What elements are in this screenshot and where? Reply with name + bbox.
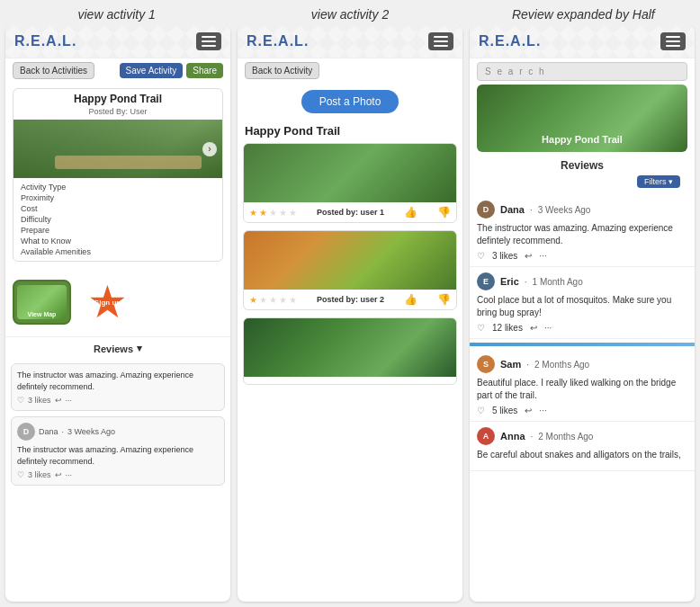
more-icon[interactable]: ··· — [66, 396, 73, 405]
star-empty-0-2: ★ — [269, 208, 277, 218]
eric-name-p3: Eric — [500, 276, 519, 287]
dana-more-p3[interactable]: ··· — [539, 251, 546, 261]
heart-icon[interactable]: ♡ — [17, 396, 24, 405]
sam-name-p3: Sam — [500, 359, 521, 370]
eric-more-p3[interactable]: ··· — [544, 323, 552, 333]
save-activity-button[interactable]: Save Activity — [120, 63, 184, 78]
logo-p1: R.E.A.L. — [14, 33, 76, 49]
reviews-scroll-p1[interactable]: The instructor was amazing. Amazing expe… — [5, 360, 230, 602]
panel2-nav: Back to Activity — [238, 58, 462, 83]
share-button[interactable]: Share — [186, 63, 223, 78]
photo-img-0 — [244, 144, 456, 202]
eric-reply-p3[interactable]: ↩ — [530, 323, 537, 333]
reply-icon[interactable]: ↩ — [55, 396, 62, 405]
highlighted-review-actions: ♡ 3 likes ↩ ··· — [17, 396, 219, 405]
eric-text-p3: Cool place but a lot of mosquitos. Make … — [477, 294, 687, 319]
panel2-header: R.E.A.L. — [238, 25, 462, 58]
sam-time-p3: 2 Months Ago — [534, 360, 589, 370]
photo-footer-0: ★ ★ ★ ★ ★ Posted by: user 1 👍 👎 — [244, 202, 456, 222]
back-activity-button[interactable]: Back to Activity — [245, 62, 319, 79]
highlighted-review: The instructor was amazing. Amazing expe… — [11, 363, 225, 411]
review-item-dana: D Dana · 3 Weeks Ago The instructor was … — [11, 416, 225, 486]
activity-card-p1: Happy Pond Trail Posted By: User › Activ… — [13, 88, 223, 262]
reviews-scroll-p3[interactable]: D Dana · 3 Weeks Ago The instructor was … — [470, 195, 695, 602]
dana-heart-p3[interactable]: ♡ — [477, 251, 485, 261]
hamburger-icon-p2 — [434, 36, 448, 47]
search-bar-p3[interactable]: S e a r c h — [477, 62, 687, 81]
highlighted-review-text: The instructor was amazing. Amazing expe… — [17, 370, 219, 392]
post-photo-button[interactable]: Post a Photo — [301, 90, 399, 113]
dana-more-icon[interactable]: ··· — [66, 470, 73, 479]
dana-avatar: D — [17, 423, 35, 441]
star-empty-1-3: ★ — [279, 295, 287, 305]
back-activities-button[interactable]: Back to Activities — [13, 62, 94, 79]
star-empty-1-1: ★ — [259, 295, 267, 305]
chevron-right-icon[interactable]: › — [202, 142, 217, 156]
hl-2 — [666, 40, 680, 42]
dana-heart-icon[interactable]: ♡ — [17, 470, 24, 479]
anna-avatar-p3: A — [477, 427, 495, 445]
thumb-up-icon-1[interactable]: 👍 — [404, 293, 417, 306]
activity-image-p1: › — [13, 120, 222, 178]
info-item-5: What to Know — [21, 236, 215, 246]
reviews-section-p1: Reviews ▾ — [5, 336, 230, 360]
star-filled-0-1: ★ — [259, 208, 267, 218]
panel3-header: R.E.A.L. — [470, 25, 695, 58]
hamburger-button-p2[interactable] — [428, 32, 453, 50]
sam-dot-p3: · — [526, 360, 529, 370]
dana-reply-p3[interactable]: ↩ — [525, 251, 532, 261]
hamburger-line-3 — [202, 45, 216, 47]
photo-post-1: ★ ★ ★ ★ ★ Posted by: user 2 👍 👎 — [243, 230, 457, 310]
anna-text-p3: Be careful about snakes and alligators o… — [477, 449, 687, 461]
thumb-down-icon-1[interactable]: 👎 — [437, 293, 451, 306]
reviews-toggle[interactable]: Reviews ▾ — [13, 343, 223, 354]
top-labels: view activity 1 view activity 2 Review e… — [0, 0, 700, 25]
star-row-1: ★ ★ ★ ★ ★ — [249, 295, 297, 305]
thumb-up-icon-0[interactable]: 👍 — [404, 206, 417, 219]
hl-1 — [666, 36, 680, 38]
star-empty-0-3: ★ — [279, 208, 287, 218]
panel2-label: view activity 2 — [233, 7, 466, 22]
photo-footer-1: ★ ★ ★ ★ ★ Posted by: user 2 👍 👎 — [244, 290, 456, 309]
dana-actions-p3: ♡ 3 likes ↩ ··· — [477, 251, 687, 261]
info-item-3: Difficulty — [21, 214, 215, 225]
filters-button[interactable]: Filters ▾ — [637, 175, 680, 188]
eric-heart-p3[interactable]: ♡ — [477, 323, 485, 333]
anna-name-p3: Anna — [500, 431, 525, 442]
h-line-3 — [434, 45, 448, 47]
dana-name: Dana — [39, 427, 58, 436]
view-map-button[interactable]: View Map — [13, 280, 71, 325]
dana-reply-icon[interactable]: ↩ — [55, 470, 62, 479]
panels-container: R.E.A.L. Back to Activities Save Activit… — [0, 25, 700, 607]
eric-actions-p3: ♡ 12 likes ↩ ··· — [477, 323, 687, 333]
hamburger-icon-p1 — [202, 36, 216, 47]
map-label: View Map — [28, 311, 57, 317]
dana-time-p3: 3 Weeks Ago — [538, 205, 591, 215]
trail-path — [55, 156, 201, 169]
review-eric-p3: E Eric · 1 Month Ago Cool place but a lo… — [470, 267, 695, 339]
info-item-0: Activity Type — [21, 182, 215, 192]
thumb-down-icon-0[interactable]: 👎 — [437, 206, 451, 219]
anna-header-p3: A Anna · 2 Months Ago — [477, 427, 687, 445]
sam-heart-p3[interactable]: ♡ — [477, 406, 485, 415]
filters-row: Filters ▾ — [470, 175, 695, 195]
hamburger-button-p1[interactable] — [196, 32, 221, 50]
map-thumbnail: View Map — [17, 285, 67, 319]
dana-actions: ♡ 3 likes ↩ ··· — [17, 470, 219, 479]
panel1-nav: Back to Activities Save Activity Share — [5, 58, 230, 83]
photo-post-2 — [243, 317, 457, 385]
sam-reply-p3[interactable]: ↩ — [525, 406, 532, 415]
anna-time-p3: 2 Months Ago — [538, 432, 593, 442]
hamburger-icon-p3 — [666, 36, 680, 47]
info-list-p1: Activity Type Proximity Cost Difficulty … — [13, 178, 222, 261]
photo-posts-scroll[interactable]: ★ ★ ★ ★ ★ Posted by: user 1 👍 👎 ★ — [238, 143, 462, 602]
sam-more-p3[interactable]: ··· — [539, 406, 546, 415]
hl-3 — [666, 45, 680, 47]
hamburger-button-p3[interactable] — [660, 32, 686, 50]
review-sam-p3: S Sam · 2 Months Ago Beautiful place. I … — [470, 350, 695, 422]
signup-button-wrapper[interactable]: ★ Sign up — [87, 280, 128, 325]
star-empty-1-2: ★ — [269, 295, 277, 305]
star-empty-1-4: ★ — [289, 295, 297, 305]
map-signup-row: View Map ★ Sign up — [5, 267, 230, 336]
dana-avatar-p3: D — [477, 201, 495, 219]
